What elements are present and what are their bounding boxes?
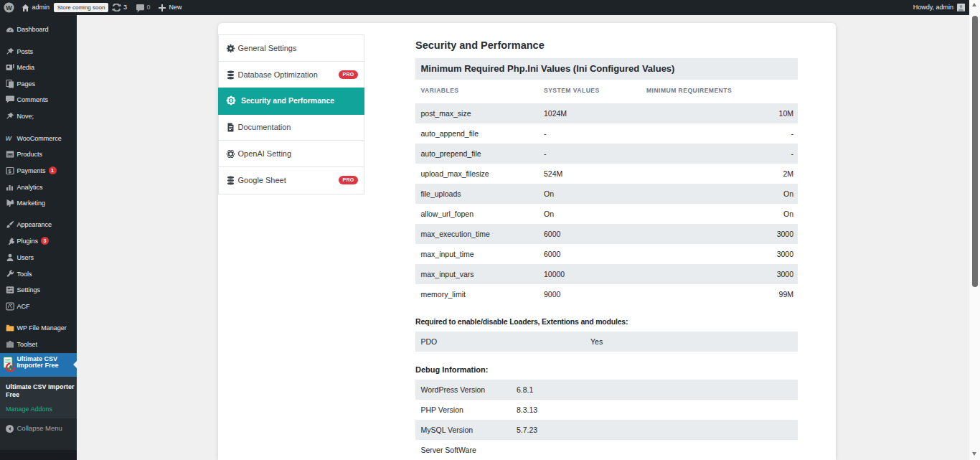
svg-text:W: W [6, 4, 12, 11]
svg-text:W: W [6, 135, 13, 142]
svg-text:$: $ [9, 168, 12, 174]
